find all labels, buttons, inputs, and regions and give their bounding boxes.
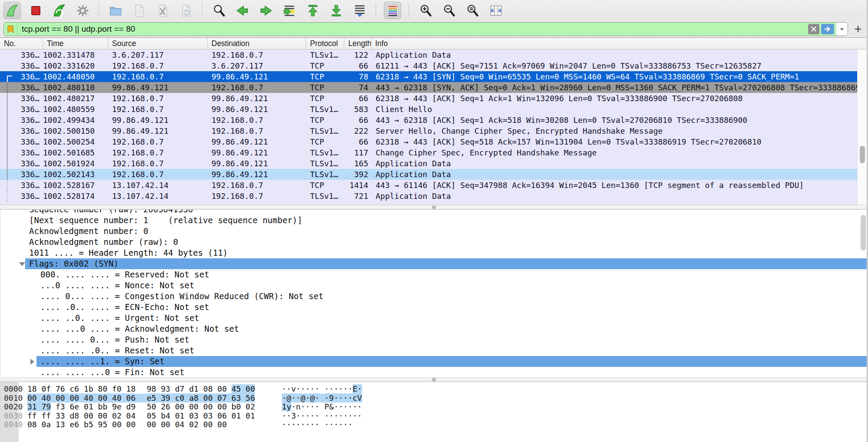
go-forward-button[interactable] [257,2,274,19]
column-header-no[interactable]: No. [0,38,43,49]
column-header-source[interactable]: Source [108,38,208,49]
hex-ascii[interactable]: P&······ [324,402,362,412]
hex-row[interactable]: 000018 0f 76 c6 1b 80 f0 1898 93 d7 d1 0… [0,385,868,394]
hex-bytes[interactable]: 00 40 00 00 40 00 40 06 [27,394,135,403]
packet-row[interactable]: 336…1002.500254192.168.0.799.86.49.121TC… [0,136,868,147]
detail-line[interactable]: 000. .... .... = Reserved: Not set [0,269,868,280]
hex-row[interactable]: 002031 79 f3 6e 01 bb 9e d950 26 00 00 0… [0,402,868,412]
detail-line[interactable]: .... .... 0... = Push: Not set [0,334,868,345]
column-header-info[interactable]: Info [371,38,868,49]
find-packet-button[interactable] [210,2,228,19]
column-header-protocol[interactable]: Protocol [306,38,344,49]
hex-row[interactable]: 0030ff ff 33 d8 00 00 02 0405 b4 01 03 0… [0,412,868,421]
detail-line[interactable]: .... .0.. .... = ECN-Echo: Not set [0,302,868,313]
filter-dropdown-chevron[interactable] [836,23,848,36]
zoom-reset-button[interactable] [464,2,481,19]
packet-row[interactable]: 336…1002.501924192.168.0.799.86.49.121TL… [0,158,868,169]
display-filter-value[interactable]: tcp.port == 80 || udp.port == 80 [17,24,808,34]
detail-line[interactable]: .... .... .0.. = Reset: Not set [0,345,868,356]
detail-line[interactable]: .... ...0 .... = Acknowledgment: Not set [0,323,868,334]
hex-ascii[interactable]: ······ [324,420,353,429]
hex-ascii[interactable]: ·@··@·@· [282,394,320,403]
hex-row[interactable]: 001000 40 00 00 40 00 40 06e5 39 c0 a8 0… [0,394,868,403]
restart-capture-button[interactable] [50,2,68,19]
hex-bytes[interactable]: 31 79 f3 6e 01 bb 9e d9 [27,402,135,412]
packet-list-header: No.TimeSourceDestinationProtocolLengthIn… [0,38,868,49]
go-to-bottom-icon [329,3,343,18]
packet-list-scrollbar[interactable] [857,49,867,205]
details-splitter[interactable] [0,205,868,210]
collapsed-triangle-icon[interactable] [30,359,34,365]
packet-row[interactable]: 336…1002.480559192.168.0.799.86.49.121TL… [0,104,868,115]
hex-ascii[interactable]: ··v····· [282,385,320,394]
packet-row[interactable]: 336…1002.52816713.107.42.14192.168.0.7TC… [0,180,868,191]
hex-bytes[interactable]: 50 26 00 00 00 00 b0 02 [147,402,255,412]
go-back-button[interactable] [234,2,251,19]
detail-line[interactable]: .... ..0. .... = Urgent: Not set [0,313,868,323]
detail-line[interactable]: Acknowledgment number (raw): 0 [0,237,868,247]
start-capture-button[interactable] [3,2,21,19]
expanded-triangle-icon[interactable] [19,262,25,266]
zoom-in-button[interactable] [417,2,434,19]
packet-row[interactable]: 336…1002.49943499.86.49.121192.168.0.7TC… [0,115,868,125]
capture-options-button[interactable] [74,2,91,19]
hex-bytes[interactable]: 00 00 04 02 00 00 [147,420,227,429]
detail-line[interactable]: .... .... ..1. = Syn: Set [0,356,868,367]
packet-row[interactable]: 336…1002.502143192.168.0.799.86.49.121TL… [0,169,868,180]
hex-ascii[interactable]: ········ [324,412,362,421]
hex-bytes[interactable]: 18 0f 76 c6 1b 80 f0 18 [27,385,135,394]
column-header-time[interactable]: Time [43,38,108,49]
cell-proto: TLSv1… [306,147,344,158]
zoom-out-button[interactable] [440,2,458,19]
add-filter-button[interactable]: + [851,23,865,36]
hex-ascii[interactable]: ········ [282,420,320,429]
hex-bytes[interactable]: 98 93 d7 d1 08 00 45 00 [147,385,255,394]
filter-toolbar: tcp.port == 80 || udp.port == 80 + [0,21,868,38]
detail-line[interactable]: .... .... ...0 = Fin: Not set [0,367,868,377]
packet-row[interactable]: 336…1002.480217192.168.0.799.86.49.121TC… [0,93,868,104]
stop-capture-button[interactable] [27,2,44,19]
clear-filter-button[interactable] [808,24,819,34]
packet-row[interactable]: 336…1002.501685192.168.0.799.86.49.121TL… [0,147,868,158]
open-file-button[interactable] [107,2,124,19]
detail-line[interactable]: Sequence number (raw): 2005041556 [0,210,868,215]
hex-ascii[interactable]: ······E· [324,385,362,394]
hex-ascii[interactable]: 1y·n···· [282,402,320,412]
packet-row[interactable]: 336…1002.448050192.168.0.799.86.49.121TC… [0,71,868,82]
packet-row[interactable]: 336…1002.48011099.86.49.121192.168.0.7TC… [0,82,868,93]
colorize-packets-button[interactable] [384,2,401,19]
auto-scroll-button[interactable] [351,2,368,19]
hex-bytes[interactable]: e5 39 c0 a8 00 07 63 56 [147,394,255,403]
packet-list-scroll-thumb[interactable] [860,146,865,163]
go-to-top-button[interactable] [304,2,321,19]
hex-bytes[interactable]: 08 0a 13 e6 b5 95 00 00 [27,420,135,429]
hex-ascii[interactable]: ·9····cV [324,394,362,403]
packet-row[interactable]: 336…1002.52817413.107.42.14192.168.0.7TL… [0,191,868,201]
hex-splitter[interactable] [0,377,868,382]
go-to-packet-button[interactable] [281,2,298,19]
resize-columns-button[interactable] [487,2,505,19]
packet-row[interactable]: 336…1002.50015099.86.49.121192.168.0.7TL… [0,125,868,136]
go-to-bottom-button[interactable] [327,2,345,19]
detail-line[interactable]: .... 0... .... = Congestion Window Reduc… [0,291,868,302]
packet-row[interactable]: 336…1002.331620192.168.0.73.6.207.117TCP… [0,60,868,71]
ascii-highlight-bridge [319,394,324,403]
details-scroll-thumb[interactable] [861,215,866,251]
apply-filter-button[interactable] [821,24,834,34]
detail-line[interactable]: Acknowledgment number: 0 [0,226,868,237]
detail-line[interactable]: Flags: 0x002 (SYN) [0,258,868,269]
detail-line[interactable]: ...0 .... .... = Nonce: Not set [0,280,868,291]
column-header-length[interactable]: Length [344,38,371,49]
hex-bytes[interactable]: ff ff 33 d8 00 00 02 04 [27,412,135,421]
hex-ascii[interactable]: ··3····· [282,412,320,421]
filter-bookmark-icon[interactable] [4,23,17,35]
packet-row[interactable]: 336…1002.3314783.6.207.117192.168.0.7TLS… [0,49,868,60]
detail-line[interactable]: 1011 .... = Header Length: 44 bytes (11) [0,247,868,258]
column-header-destination[interactable]: Destination [208,38,306,49]
hex-row[interactable]: 004008 0a 13 e6 b5 95 00 0000 00 04 02 0… [0,420,868,429]
cell-no: 336… [0,71,43,82]
cell-time: 1002.331620 [43,60,108,71]
display-filter-input[interactable]: tcp.port == 80 || udp.port == 80 [3,22,848,36]
hex-bytes[interactable]: 05 b4 01 03 03 06 01 01 [147,412,255,421]
detail-line[interactable]: [Next sequence number: 1 (relative seque… [0,215,868,226]
